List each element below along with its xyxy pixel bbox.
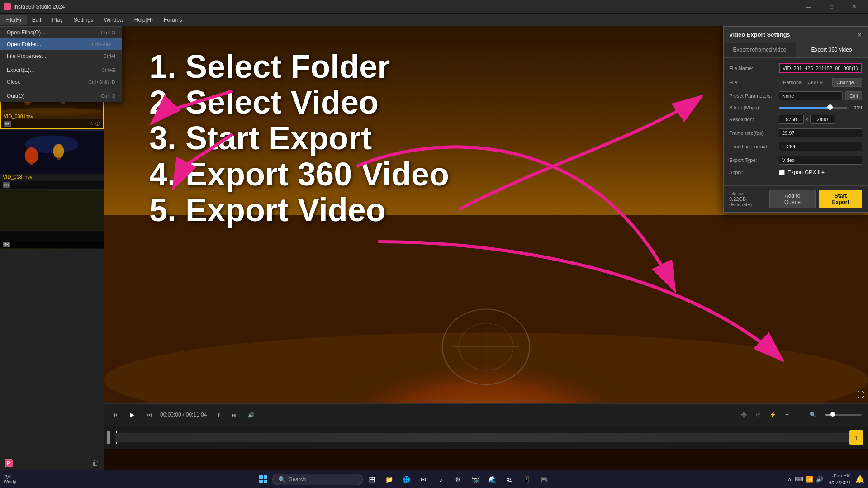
notification-icon[interactable]: 🔔: [855, 475, 864, 483]
bitrate-slider-container: 119: [779, 105, 862, 110]
taskbar: 79°F Windy 🔍 Search ⊞ 📁 🌐 ✉ ♪ ⚙ 📷 🌊 🛍 📱: [0, 470, 868, 488]
effects-button[interactable]: ✦: [781, 408, 793, 421]
taskbar-icon-music[interactable]: ♪: [432, 471, 449, 488]
pause-frame-btn[interactable]: ⏸: [213, 408, 226, 421]
dropdown-separator-2: [0, 89, 122, 89]
resolution-height-input[interactable]: [810, 115, 835, 124]
thumbnail-item-2[interactable]: 03:07 5K VID_018.insv: [0, 130, 104, 189]
menu-open-folder[interactable]: Open Folder... Ctrl+Alt+...: [0, 38, 122, 50]
thumb-star-icon[interactable]: ☆: [90, 121, 94, 127]
ctrl-divider: [800, 409, 800, 420]
frame-rate-select[interactable]: 29.97 24 30 60: [779, 128, 862, 137]
start-button[interactable]: [255, 471, 271, 488]
bitrate-slider[interactable]: [779, 107, 847, 109]
menu-play[interactable]: Play: [47, 15, 68, 25]
minimize-button[interactable]: —: [798, 0, 819, 14]
menu-quit[interactable]: Quit(Q) Ctrl+Q: [0, 90, 122, 102]
menu-forums[interactable]: Forums: [158, 15, 188, 25]
network-icon[interactable]: 📶: [806, 476, 813, 483]
taskbar-icon-app1[interactable]: 📱: [518, 471, 535, 488]
dialog-title: Video Export Settings: [729, 31, 790, 38]
tab-reframed-video[interactable]: Export reframed video: [724, 43, 796, 57]
taskbar-icon-widgets[interactable]: ⊞: [364, 471, 380, 488]
thumbnail-item-3[interactable]: 5K: [0, 190, 104, 249]
title-bar-controls: — □ ✕: [798, 0, 864, 14]
resolution-label: Resolution:: [729, 117, 779, 122]
resolution-width-input[interactable]: [779, 115, 804, 124]
file-path-value: ...Personal .../360 Renders: [779, 80, 830, 85]
sidebar-thumbnails: 5K ☆ ⓘ VID_008.insv: [0, 71, 104, 456]
menu-close[interactable]: Close Ctrl+Shift+D: [0, 76, 122, 88]
timeline-track[interactable]: [115, 433, 858, 442]
encoding-format-select[interactable]: H.264 H.265: [779, 142, 862, 151]
menu-window[interactable]: Window: [99, 15, 129, 25]
transform-button[interactable]: ↺: [752, 408, 764, 421]
dialog-tabs: Export reframed video Export 360 video: [724, 43, 868, 58]
export-share-button[interactable]: ↑: [849, 430, 863, 445]
delete-btn[interactable]: 🗑: [92, 459, 99, 467]
export-gpx-checkbox[interactable]: [779, 170, 785, 175]
app-title: Insta360 Studio 2024: [14, 4, 65, 10]
taskbar-icon-edge[interactable]: 🌊: [484, 471, 500, 488]
close-button[interactable]: ✕: [844, 0, 864, 14]
add-to-queue-button[interactable]: Add to Queue: [769, 190, 816, 208]
svg-rect-28: [264, 475, 267, 479]
thumb-badge-3: 5K: [3, 242, 10, 247]
zoom-out-btn[interactable]: 🔍: [806, 408, 819, 421]
thumb-overlay-2: 5K: [0, 181, 104, 189]
menu-edit[interactable]: Edit: [27, 15, 47, 25]
bitrate-slider-thumb[interactable]: [827, 104, 833, 110]
volume-button[interactable]: 🔊: [245, 408, 257, 421]
taskbar-icon-files[interactable]: 📁: [381, 471, 397, 488]
resolution-x: x: [806, 117, 808, 122]
keyboard-icon[interactable]: ⌨: [795, 476, 803, 483]
thumbnail-canvas-3: [0, 190, 104, 249]
maximize-button[interactable]: □: [821, 0, 842, 14]
skip-forward-button[interactable]: ⏭: [143, 408, 156, 421]
tab-360-video[interactable]: Export 360 video: [796, 43, 868, 57]
weather-widget: 79°F Windy: [4, 474, 16, 484]
footer-buttons: Add to Queue Start Export: [769, 190, 862, 208]
skip-back-button[interactable]: ⏮: [109, 408, 121, 421]
encoding-format-row: Encoding Format: H.264 H.265: [729, 142, 862, 151]
volume-icon[interactable]: 🔊: [816, 476, 823, 483]
taskbar-search[interactable]: 🔍 Search: [272, 474, 363, 485]
timeline-bar[interactable]: ↑: [104, 426, 868, 449]
system-clock[interactable]: 3:56 PM 4/27/2024: [829, 472, 851, 486]
zoom-slider[interactable]: [825, 414, 862, 416]
start-export-button[interactable]: Start Export: [819, 190, 862, 208]
menu-settings[interactable]: Settings: [68, 15, 99, 25]
fullscreen-icon[interactable]: ⛶: [857, 391, 864, 399]
taskbar-icon-browser[interactable]: 🌐: [398, 471, 414, 488]
taskbar-icon-photos[interactable]: 📷: [467, 471, 483, 488]
menu-file[interactable]: File(F): [0, 15, 27, 25]
taskbar-icon-mail[interactable]: ✉: [415, 471, 432, 488]
add-tool-button[interactable]: ➕: [737, 408, 750, 421]
dialog-close-button[interactable]: ✕: [857, 31, 862, 38]
zoom-thumb[interactable]: [830, 412, 835, 417]
export-type-row: Export Type: Video Frames: [729, 156, 862, 165]
menu-open-files[interactable]: Open Files(O)... Ctrl+O: [0, 27, 122, 38]
thumb-info-icon[interactable]: ⓘ: [95, 121, 100, 127]
clock-date: 4/27/2024: [829, 479, 851, 486]
menu-export[interactable]: Export(E)... Ctrl+E: [0, 64, 122, 76]
taskbar-icon-settings[interactable]: ⚙: [450, 471, 466, 488]
export-type-select[interactable]: Video Frames: [779, 156, 862, 165]
taskbar-icon-store[interactable]: 🛍: [501, 471, 517, 488]
title-bar-left: Insta360 Studio 2024: [4, 3, 65, 10]
taskbar-icon-app2[interactable]: 🎮: [536, 471, 552, 488]
frame-step-btn[interactable]: ⏯: [228, 408, 240, 421]
tray-up-arrow-icon[interactable]: ∧: [787, 476, 792, 483]
menu-file-properties[interactable]: File Properties... Ctrl+I: [0, 50, 122, 62]
export-type-label: Export Type:: [729, 157, 779, 163]
dropdown-separator-1: [0, 63, 122, 63]
change-path-button[interactable]: Change...: [832, 78, 862, 87]
clock-time: 3:56 PM: [829, 472, 851, 479]
preset-select[interactable]: None: [779, 91, 843, 100]
file-name-input[interactable]: [779, 63, 862, 73]
timeline-handle[interactable]: [107, 431, 110, 444]
lightning-button[interactable]: ⚡: [766, 408, 779, 421]
menu-help[interactable]: Help(H): [129, 15, 158, 25]
edit-preset-button[interactable]: Edit: [845, 91, 862, 100]
play-button[interactable]: ▶: [126, 408, 138, 421]
